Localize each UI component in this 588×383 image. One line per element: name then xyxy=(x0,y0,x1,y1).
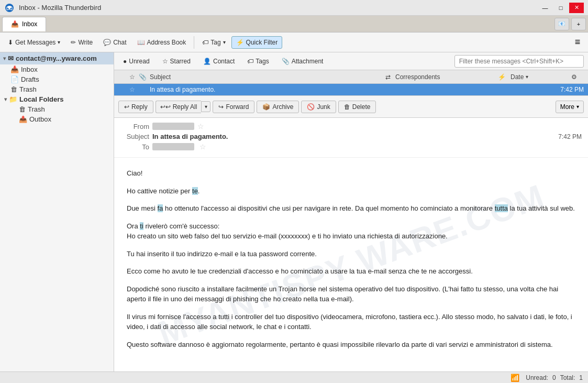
reply-all-dropdown-button[interactable]: ▾ xyxy=(201,101,210,112)
maximize-button[interactable]: □ xyxy=(553,3,568,13)
email-greeting-text: Ciao! xyxy=(127,169,142,177)
delete-label: Delete xyxy=(352,103,371,111)
chat-label: Chat xyxy=(113,39,126,46)
attachment-icon: 📎 xyxy=(282,58,290,65)
sidebar-item-outbox[interactable]: 📤 Outbox xyxy=(0,114,114,124)
statusbar: 📶 Unread: 0 Total: 1 xyxy=(0,371,588,383)
message-toolbar: ● Unread ☆ Starred 👤 Contact 🏷 Tags 📎 At… xyxy=(114,52,588,70)
tab-inbox-label: Inbox xyxy=(22,20,37,28)
col-extra-header: ⚙ xyxy=(571,73,586,81)
tab-options-button[interactable]: 📧 xyxy=(554,18,569,30)
outbox-label: Outbox xyxy=(29,115,51,123)
local-folders-label: Local Folders xyxy=(19,95,64,103)
starred-filter-button[interactable]: ☆ Starred xyxy=(158,56,195,67)
more-label: More xyxy=(560,103,574,111)
reply-label: Reply xyxy=(131,103,148,111)
attachment-label: Attachment xyxy=(292,58,324,65)
main-toolbar: ⬇ Get Messages ▾ ✏ Write 💬 Chat 📖 Addres… xyxy=(0,32,588,52)
drafts-label: Drafts xyxy=(21,75,39,83)
statusbar-right: Unread: 0 Total: 1 xyxy=(526,374,583,381)
reply-all-label: Reply All xyxy=(173,103,197,111)
hamburger-icon: ≡ xyxy=(575,37,581,48)
address-book-icon: 📖 xyxy=(137,39,145,46)
email-header: From ☆ Subject In attesa di pagamento. 7… xyxy=(114,118,588,158)
toolbar-divider-1 xyxy=(194,36,194,49)
col-date-header[interactable]: Date ▾ xyxy=(508,73,571,81)
from-star-icon[interactable]: ☆ xyxy=(197,122,204,130)
subject-row: Subject In attesa di pagamento. 7:42 PM xyxy=(120,133,582,140)
sidebar-item-inbox[interactable]: 📥 Inbox xyxy=(0,64,114,74)
to-star-icon[interactable]: ☆ xyxy=(199,143,206,151)
contact-filter-button[interactable]: 👤 Contact xyxy=(198,56,239,67)
tab-new-button[interactable]: + xyxy=(571,18,586,30)
address-book-button[interactable]: 📖 Address Book xyxy=(132,36,191,49)
more-button[interactable]: More ▾ xyxy=(556,101,584,113)
trash-account-icon: 🗑 xyxy=(10,85,17,93)
reply-button[interactable]: ↩ Reply xyxy=(118,101,153,113)
sidebar-item-local-folders[interactable]: ▾ 📁 Local Folders xyxy=(0,94,114,104)
star-cell[interactable]: ☆ xyxy=(127,86,137,93)
inbox-icon: 📥 xyxy=(10,65,19,73)
date-sort-icon: ▾ xyxy=(526,74,528,80)
get-messages-label: Get Messages xyxy=(15,39,56,46)
tab-inbox[interactable]: 📥 Inbox xyxy=(2,17,46,31)
subject-header-label: Subject xyxy=(150,73,171,81)
from-value xyxy=(152,123,194,130)
get-messages-button[interactable]: ⬇ Get Messages ▾ xyxy=(3,36,65,49)
tabbar: 📥 Inbox 📧 + xyxy=(0,16,588,32)
attachment-filter-button[interactable]: 📎 Attachment xyxy=(277,56,328,67)
contact-icon: 👤 xyxy=(203,58,211,65)
col-subject-header[interactable]: Subject xyxy=(148,73,383,81)
reply-all-button[interactable]: ↩↩ Reply All xyxy=(156,101,202,113)
main-layout: ▾ ✉ contact@my...yware.com 📥 Inbox 📄 Dra… xyxy=(0,52,588,371)
star-filter-icon: ☆ xyxy=(162,58,168,65)
junk-button[interactable]: 🚫 Junk xyxy=(301,101,336,113)
expand-account-icon: ▾ xyxy=(3,56,6,61)
tags-filter-button[interactable]: 🏷 Tags xyxy=(242,56,273,67)
forward-button[interactable]: ↪ Forward xyxy=(213,101,254,113)
quick-filter-button[interactable]: ⚡ Quick Filter xyxy=(231,36,283,49)
email-actions-bar: ↩ Reply ↩↩ Reply All ▾ ↪ Forward 📦 Arch xyxy=(114,96,588,118)
sidebar-account[interactable]: ▾ ✉ contact@my...yware.com xyxy=(0,52,114,64)
col-attach-header: 📎 xyxy=(137,73,148,81)
email-subject-value: In attesa di pagamento. xyxy=(152,133,228,140)
email-p3: Ora ti rivelerò com'è successo: Ho creat… xyxy=(127,221,575,242)
delete-icon: 🗑 xyxy=(344,103,350,111)
unread-label: Unread xyxy=(129,58,149,65)
get-messages-arrow[interactable]: ▾ xyxy=(58,39,60,45)
email-p5: Tu hai inserito il tuo indirizzo e-mail … xyxy=(127,249,575,259)
archive-button[interactable]: 📦 Archive xyxy=(257,101,299,113)
contact-label: Contact xyxy=(213,58,235,65)
drafts-icon: 📄 xyxy=(10,75,19,83)
more-arrow-icon: ▾ xyxy=(576,104,579,110)
reply-all-split: ↩↩ Reply All ▾ xyxy=(156,101,211,113)
message-list-header: ☆ 📎 Subject ⇄ Correspondents ⚡ Date ▾ ⚙ xyxy=(114,70,588,84)
col-star-header: ☆ xyxy=(127,73,137,81)
unread-label: Unread: xyxy=(526,374,548,381)
tag-arrow[interactable]: ▾ xyxy=(223,39,226,45)
email-greeting: Ciao! xyxy=(127,168,575,179)
tag-button[interactable]: 🏷 Tag ▾ xyxy=(197,36,230,49)
sidebar-item-trash-account[interactable]: 🗑 Trash xyxy=(0,84,114,94)
sidebar-item-drafts[interactable]: 📄 Drafts xyxy=(0,74,114,84)
titlebar: Inbox - Mozilla Thunderbird — □ ✕ xyxy=(0,0,588,16)
close-button[interactable]: ✕ xyxy=(569,3,584,13)
subject-cell: In attesa di pagamento. xyxy=(148,86,435,93)
unread-filter-button[interactable]: ● Unread xyxy=(118,56,154,67)
junk-label: Junk xyxy=(317,103,330,111)
write-button[interactable]: ✏ Write xyxy=(66,36,97,49)
table-row[interactable]: ☆ In attesa di pagamento. 7:42 PM xyxy=(114,84,588,95)
hamburger-menu-button[interactable]: ≡ xyxy=(570,35,585,50)
email-p2: Due mesi fa ho ottenuto l'accesso ai dis… xyxy=(127,203,575,214)
email-p8: Il virus mi fornisce l'accesso a tutti i… xyxy=(127,312,575,332)
email-body[interactable]: MYANTISPY WARE.COM Ciao! Ho cattive noti… xyxy=(114,158,588,371)
chat-button[interactable]: 💬 Chat xyxy=(98,36,131,49)
sidebar-item-trash-local[interactable]: 🗑 Trash xyxy=(0,104,114,114)
delete-button[interactable]: 🗑 Delete xyxy=(338,101,376,113)
message-filter-input[interactable] xyxy=(454,55,584,68)
from-row: From ☆ xyxy=(120,122,582,130)
minimize-button[interactable]: — xyxy=(538,3,552,13)
account-email-label: contact@my...yware.com xyxy=(16,54,97,62)
col-correspondent-header[interactable]: Correspondents xyxy=(393,73,498,81)
address-book-label: Address Book xyxy=(147,39,186,46)
